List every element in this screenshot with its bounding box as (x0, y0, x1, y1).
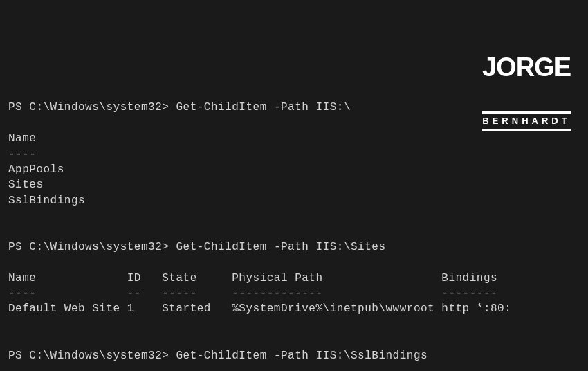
div-row: ---- -- ----- ------------- -------- (8, 287, 497, 300)
watermark-sub: BERNHARDT (482, 111, 571, 131)
prompt: PS C:\Windows\system32> (8, 101, 169, 114)
col-header-name: Name (8, 132, 36, 145)
prompt: PS C:\Windows\system32> (8, 241, 169, 253)
prompt: PS C:\Windows\system32> (8, 350, 169, 362)
row-sites: Sites (8, 179, 44, 191)
data-row: Default Web Site 1 Started %SystemDrive%… (8, 302, 511, 315)
watermark-logo: JORGE BERNHARDT (482, 24, 571, 146)
command-1: Get-ChildItem -Path IIS:\ (176, 101, 351, 114)
row-sslbindings: SslBindings (8, 194, 85, 207)
col-divider: ---- (8, 148, 36, 161)
row-apppools: AppPools (8, 163, 64, 176)
watermark-main: JORGE (482, 55, 571, 79)
command-2: Get-ChildItem -Path IIS:\Sites (176, 241, 385, 253)
hdr-name: Name ID State Physical Path Bindings (8, 272, 497, 284)
command-3: Get-ChildItem -Path IIS:\SslBindings (176, 350, 428, 362)
